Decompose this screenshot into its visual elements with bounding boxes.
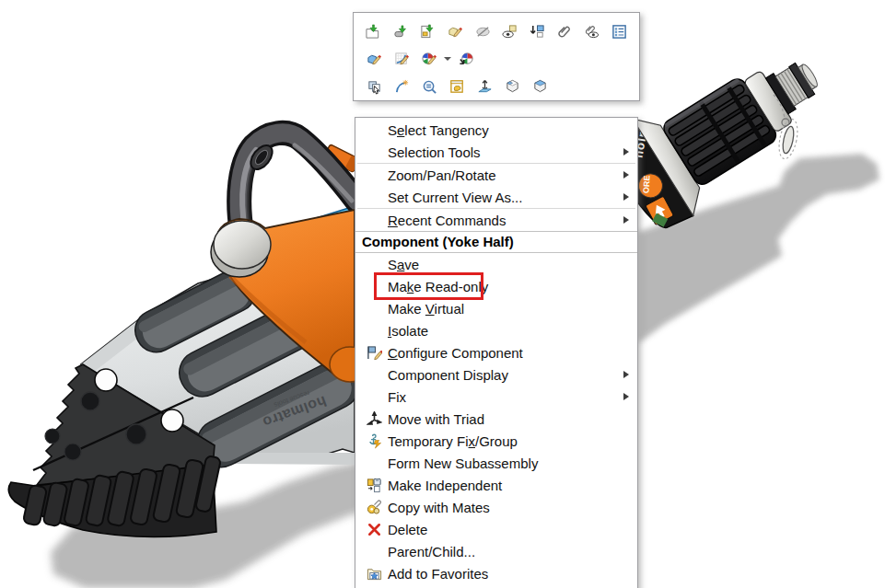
dropdown-caret[interactable] xyxy=(443,46,452,72)
open-part-icon xyxy=(366,24,381,40)
insert-component-button[interactable] xyxy=(524,18,552,44)
menu-icon-placeholder xyxy=(362,387,386,406)
menu-icon-placeholder xyxy=(362,277,386,295)
change-transparency-icon xyxy=(475,24,491,40)
appearances-icon xyxy=(459,52,474,67)
select-other-icon xyxy=(367,79,382,95)
menu-item-label: Make Virtual xyxy=(388,301,464,317)
menu-icon-placeholder xyxy=(362,454,386,472)
jaw-hole xyxy=(81,392,99,410)
menu-item-label: Save xyxy=(388,257,419,272)
menu-item-label: Selection Tools xyxy=(388,144,481,160)
menu-item-label: Parent/Child... xyxy=(388,544,475,559)
preview-window-icon xyxy=(449,79,465,95)
component-properties-button[interactable] xyxy=(605,18,633,44)
menu-item-set-current-view-as[interactable]: Set Current View As... xyxy=(355,186,637,208)
menu-item-label: Temporary Fix/Group xyxy=(388,433,518,449)
menu-item-form-new-subassembly[interactable]: Form New Subassembly xyxy=(355,452,637,474)
toolbar-row-1 xyxy=(360,17,633,45)
menu-item-isolate[interactable]: Isolate xyxy=(355,319,637,341)
section-view-button[interactable] xyxy=(471,74,498,99)
copy-with-mates-icon xyxy=(362,498,386,516)
context-toolbar xyxy=(353,12,640,101)
hide-component-icon xyxy=(502,24,518,40)
menu-item-parent-child[interactable]: Parent/Child... xyxy=(355,540,637,562)
context-menu: Select TangencySelection ToolsZoom/Pan/R… xyxy=(355,117,638,588)
toolbar-row-2 xyxy=(360,45,633,73)
menu-item-label: Configure Component xyxy=(388,345,523,361)
suppress-button[interactable] xyxy=(551,18,578,44)
menu-icon-placeholder xyxy=(362,255,386,273)
menu-item-add-to-favorites[interactable]: Add to Favorites xyxy=(355,562,637,584)
delete-icon xyxy=(362,520,386,538)
submenu-arrow-icon xyxy=(623,193,629,201)
menu-item-label: Make Read-only xyxy=(388,279,488,294)
menu-item-configure-component[interactable]: Configure Component xyxy=(355,341,637,363)
menu-item-label: Select Tangency xyxy=(388,122,489,138)
open-part-button[interactable] xyxy=(360,18,388,44)
menu-item-recent-commands[interactable]: Recent Commands xyxy=(355,209,637,231)
view-orientation-face-button[interactable] xyxy=(526,74,553,99)
menu-item-save[interactable]: Save xyxy=(355,253,637,275)
menu-icon-placeholder xyxy=(362,542,386,560)
menu-icon-placeholder xyxy=(362,321,386,340)
menu-item-fix[interactable]: Fix xyxy=(355,386,637,408)
menu-item-label: Recent Commands xyxy=(388,213,506,228)
menu-item-label: Fix xyxy=(388,389,406,405)
menu-item-make-read-only[interactable]: Make Read-only xyxy=(355,275,637,297)
jaw-hole xyxy=(95,369,117,391)
edit-part-yellow-button[interactable] xyxy=(442,18,470,44)
preview-window-button[interactable] xyxy=(443,74,471,99)
menu-item-make-virtual[interactable]: Make Virtual xyxy=(355,297,637,319)
menu-icon-placeholder xyxy=(362,188,386,206)
menu-item-selection-tools[interactable]: Selection Tools xyxy=(355,141,637,163)
zoom-to-selection-button[interactable] xyxy=(415,74,443,99)
menu-icon-placeholder xyxy=(362,365,386,384)
reload-component-icon xyxy=(393,24,409,40)
sketch-curve-button[interactable] xyxy=(388,74,415,99)
menu-icon-placeholder xyxy=(362,299,386,317)
insert-component-icon xyxy=(530,24,545,40)
submenu-arrow-icon xyxy=(623,216,629,224)
configure-component-icon xyxy=(362,343,386,362)
edit-appearance-button[interactable] xyxy=(415,46,443,72)
edit-part-button[interactable] xyxy=(360,46,388,72)
menu-item-temporary-fix-group[interactable]: Temporary Fix/Group xyxy=(355,430,637,452)
appearances-button[interactable] xyxy=(452,46,480,72)
menu-item-copy-with-mates[interactable]: Copy with Mates xyxy=(355,496,637,518)
edit-part-yellow-icon xyxy=(448,24,463,40)
open-drawing-icon xyxy=(420,24,436,40)
view-orientation-corner-button[interactable] xyxy=(498,74,526,99)
jaw-hole xyxy=(64,444,81,460)
jaw-hole xyxy=(161,409,183,432)
change-transparency-button[interactable] xyxy=(469,18,496,44)
menu-header-component-yoke-half: Component (Yoke Half) xyxy=(355,231,637,253)
menu-item-component-display[interactable]: Component Display xyxy=(355,363,637,386)
select-other-button[interactable] xyxy=(360,74,388,99)
menu-item-label: Make Independent xyxy=(388,478,502,493)
menu-item-label: Add to Favorites xyxy=(388,566,488,582)
sketch-curve-icon xyxy=(394,79,410,95)
jaw-hole xyxy=(45,429,60,444)
temporary-fix-icon xyxy=(362,432,386,450)
menu-item-zoom-pan-rotate[interactable]: Zoom/Pan/Rotate xyxy=(355,164,637,186)
menu-item-label: Set Current View As... xyxy=(388,190,522,205)
menu-item-move-with-triad[interactable]: Move with Triad xyxy=(355,408,637,430)
make-independent-icon xyxy=(362,476,386,494)
edit-appearance-icon xyxy=(422,52,437,67)
menu-item-make-independent[interactable]: Make Independent xyxy=(355,474,637,496)
svg-text:ORE: ORE xyxy=(642,175,652,193)
menu-item-select-tangency[interactable]: Select Tangency xyxy=(355,119,637,141)
reload-component-button[interactable] xyxy=(388,18,415,44)
menu-icon-placeholder xyxy=(362,121,386,139)
add-to-favorites-icon xyxy=(362,564,386,582)
open-drawing-button[interactable] xyxy=(414,18,442,44)
menu-item-delete[interactable]: Delete xyxy=(355,518,637,540)
submenu-arrow-icon xyxy=(623,171,629,179)
jaw-hole xyxy=(126,424,146,444)
view-orientation-corner-icon xyxy=(505,79,520,95)
hide-other-button[interactable] xyxy=(578,18,606,44)
menu-icon-placeholder xyxy=(362,166,386,184)
edit-sketch-button[interactable] xyxy=(388,46,415,72)
hide-component-button[interactable] xyxy=(496,18,524,44)
